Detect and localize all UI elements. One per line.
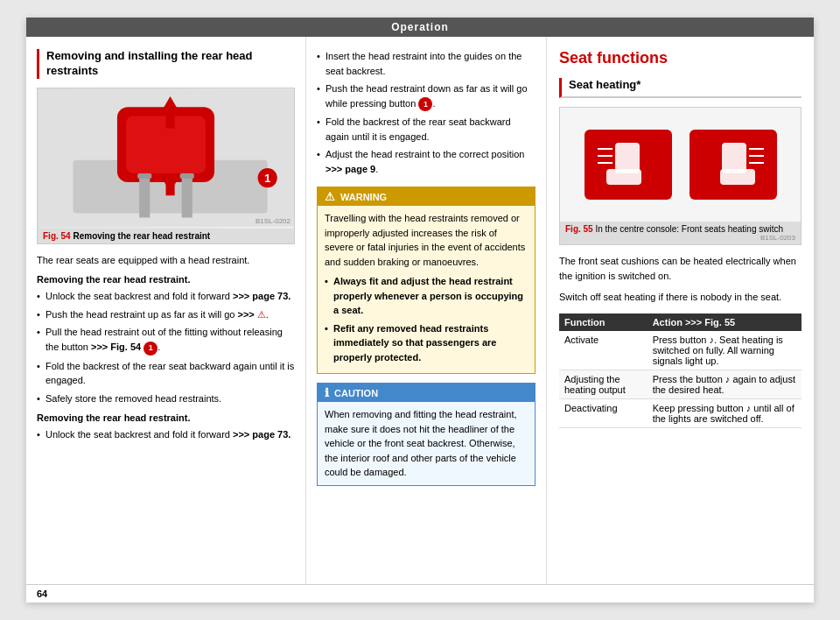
page-number: 64 bbox=[26, 584, 814, 602]
table-action-cell: Press button ♪. Seat heating is switched… bbox=[648, 331, 802, 370]
warning-content: Travelling with the head restraints remo… bbox=[318, 206, 535, 373]
warning-text-1: Travelling with the head restraints remo… bbox=[325, 211, 528, 269]
table-row: ActivatePress button ♪. Seat heating is … bbox=[559, 331, 802, 370]
table-action-cell: Keep pressing button ♪ until all of the … bbox=[648, 398, 802, 427]
figure-54-caption: Fig. 54 Removing the rear head restraint bbox=[38, 229, 294, 243]
bullet-5: Safely store the removed head restraints… bbox=[37, 391, 295, 406]
seat-heating-heading: Seat heating* bbox=[559, 78, 802, 98]
svg-rect-7 bbox=[180, 173, 194, 179]
caution-box: CAUTION When removing and fitting the he… bbox=[317, 383, 536, 486]
seat-button-left bbox=[584, 130, 672, 200]
bullet-mid-4: Adjust the head restraint to the correct… bbox=[317, 147, 536, 176]
caution-header: CAUTION bbox=[318, 384, 535, 402]
svg-rect-19 bbox=[722, 143, 746, 173]
warning-header: WARNING bbox=[318, 187, 535, 206]
svg-rect-5 bbox=[182, 173, 192, 218]
figure-55-image bbox=[560, 108, 801, 222]
seat-functions-title: Seat functions bbox=[559, 49, 802, 67]
bullet-mid-1: Insert the head restraint into the guide… bbox=[317, 49, 536, 78]
headrest-illustration: 1 bbox=[38, 89, 294, 227]
figure-54-box: 1 B1SL-0202 Fig. 54 Removing the rear he… bbox=[37, 88, 295, 244]
bullet-mid-3: Fold the backrest of the rear seat backw… bbox=[317, 115, 536, 144]
fig55-code: B1SL-0203 bbox=[565, 234, 795, 242]
svg-rect-4 bbox=[139, 173, 150, 218]
middle-column: Insert the head restraint into the guide… bbox=[306, 37, 547, 584]
caution-content: When removing and fitting the head restr… bbox=[318, 402, 535, 485]
svg-rect-9 bbox=[166, 111, 175, 129]
bullet-1: Unlock the seat backrest and fold it for… bbox=[37, 289, 295, 304]
table-function-cell: Deactivating bbox=[559, 398, 648, 427]
seat-button-right bbox=[690, 130, 777, 200]
subheading-installing: Removing the rear head restraint. bbox=[37, 412, 295, 423]
figure-code: B1SL-0202 bbox=[256, 217, 290, 225]
figure-55-box: Fig. 55 In the centre console: Front sea… bbox=[559, 107, 802, 245]
header-title: Operation bbox=[391, 21, 449, 33]
bullet-2: Push the head restraint up as far as it … bbox=[37, 307, 295, 322]
seat-heating-text1: The front seat cushions can be heated el… bbox=[559, 254, 802, 283]
table-col2-header: Action >>> Fig. 55 bbox=[648, 314, 802, 331]
seat-icon-left bbox=[593, 138, 663, 191]
right-column: Seat functions Seat heating* bbox=[547, 37, 814, 584]
left-column: Removing and installing the rear head re… bbox=[26, 37, 306, 584]
page-header: Operation bbox=[26, 18, 814, 37]
svg-rect-14 bbox=[615, 143, 640, 173]
table-action-cell: Press the button ♪ again to adjust the d… bbox=[648, 370, 802, 398]
page: Operation Removing and installing the re… bbox=[26, 18, 814, 602]
svg-rect-15 bbox=[606, 169, 641, 185]
function-table: Function Action >>> Fig. 55 ActivatePres… bbox=[559, 314, 802, 428]
seat-heating-text2: Switch off seat heating if there is nobo… bbox=[559, 290, 802, 305]
section-title-left: Removing and installing the rear head re… bbox=[37, 49, 295, 79]
bullet-install-1: Unlock the seat backrest and fold it for… bbox=[37, 427, 295, 442]
bullet-3: Pull the head restraint out of the fitti… bbox=[37, 325, 295, 355]
seat-icon-right bbox=[698, 138, 768, 191]
subheading-removing: Removing the rear head restraint. bbox=[37, 274, 295, 285]
svg-rect-20 bbox=[720, 169, 755, 185]
table-function-cell: Activate bbox=[559, 331, 648, 370]
table-function-cell: Adjusting the heating output bbox=[559, 370, 648, 398]
figure-55-caption: Fig. 55 In the centre console: Front sea… bbox=[560, 222, 801, 244]
bullet-4: Fold the backrest of the rear seat backw… bbox=[37, 359, 295, 388]
table-row: Adjusting the heating outputPress the bu… bbox=[559, 370, 802, 398]
bullet-mid-2: Push the head restraint down as far as i… bbox=[317, 81, 536, 111]
warning-box: WARNING Travelling with the head restrai… bbox=[317, 187, 536, 374]
figure-54-image: 1 B1SL-0202 bbox=[38, 88, 294, 229]
warning-bullet-1: Always fit and adjust the head restraint… bbox=[325, 274, 528, 318]
svg-rect-6 bbox=[137, 173, 151, 179]
warning-bullet-2: Refit any removed head restraints immedi… bbox=[325, 321, 528, 365]
content-area: Removing and installing the rear head re… bbox=[26, 37, 814, 584]
table-row: DeactivatingKeep pressing button ♪ until… bbox=[559, 398, 802, 427]
body-text-intro: The rear seats are equipped with a head … bbox=[37, 253, 295, 268]
svg-rect-11 bbox=[166, 179, 175, 196]
svg-text:1: 1 bbox=[264, 173, 270, 186]
table-col1-header: Function bbox=[559, 314, 648, 331]
